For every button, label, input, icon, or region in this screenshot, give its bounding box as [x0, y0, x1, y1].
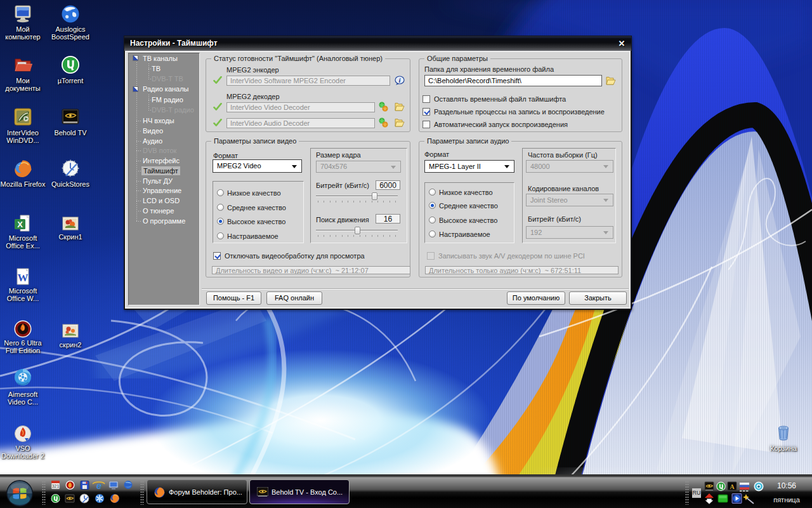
svg-text:W: W [18, 272, 29, 284]
svg-text:A: A [730, 483, 735, 490]
svg-text:321: 321 [52, 484, 60, 488]
svg-text:X: X [17, 220, 23, 229]
